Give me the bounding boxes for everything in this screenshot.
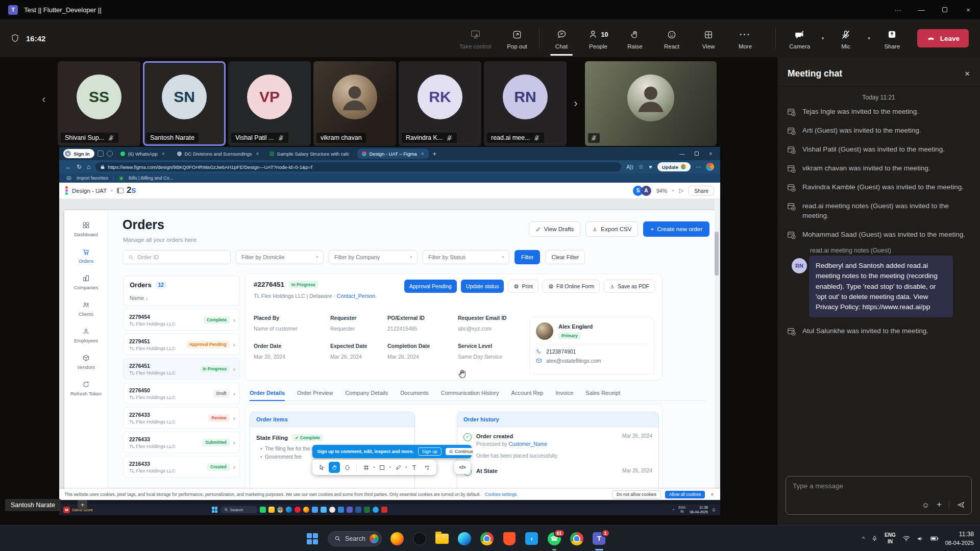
browser-update-button[interactable]: Update: [657, 162, 691, 171]
refresh-icon[interactable]: ↻: [77, 163, 82, 170]
collaborator-avatar[interactable]: A: [641, 186, 651, 196]
sidebar-item-dashboard[interactable]: Dashboard: [74, 221, 97, 237]
participant-tile[interactable]: [585, 61, 717, 146]
edge-icon[interactable]: [286, 507, 292, 513]
taskbar-search[interactable]: Search: [328, 531, 382, 546]
browser-maximize-icon[interactable]: [695, 152, 699, 156]
order-row[interactable]: 2276433TL Flex Holdings LLCReview›: [123, 407, 240, 429]
browser-close-icon[interactable]: ×: [709, 151, 712, 157]
brave-icon[interactable]: [502, 532, 517, 546]
order-row[interactable]: 2276433TL Flex Holdings LLCSubmitted›: [123, 432, 240, 453]
pen-tool-icon[interactable]: [393, 462, 404, 473]
sidebar-item-employees[interactable]: Employees: [74, 328, 98, 343]
filter-clear-button[interactable]: Clear Filter: [545, 250, 585, 264]
send-icon[interactable]: [957, 500, 965, 509]
participant-tile[interactable]: VP Vishal Patil ...: [228, 61, 311, 146]
shape-tool-icon[interactable]: [341, 462, 353, 473]
browser-tab-active[interactable]: Design - UAT – Figma×: [357, 148, 429, 159]
tray-mic-icon[interactable]: [871, 535, 878, 542]
cookies-settings-link[interactable]: Cookies settings: [485, 492, 517, 497]
start-button[interactable]: [305, 532, 320, 546]
notification-icon[interactable]: [712, 508, 716, 512]
view-drafts-button[interactable]: View Drafts: [529, 221, 581, 237]
filter-domicile-select[interactable]: Filter by Domicile▾: [236, 250, 324, 264]
approval-pending-button[interactable]: Approval Pending: [404, 280, 457, 293]
text-tool-icon[interactable]: [409, 462, 420, 473]
participant-tile-speaking[interactable]: SN Santosh Narate: [143, 61, 226, 146]
order-row[interactable]: 2279451TL Flex Holdings LLCApproval Pend…: [123, 334, 240, 355]
order-id-search-input[interactable]: Order ID: [122, 250, 231, 264]
window-more-icon[interactable]: ···: [886, 0, 910, 19]
emoji-icon[interactable]: ☺: [922, 500, 929, 509]
vscode-icon[interactable]: ‹: [525, 532, 539, 546]
sidebar-item-orders[interactable]: Orders: [79, 248, 93, 264]
contact-email[interactable]: alex@vstatefilings.com: [546, 358, 601, 364]
print-button[interactable]: Print: [508, 280, 538, 293]
present-icon[interactable]: ▷: [679, 187, 683, 194]
tray-expand-icon[interactable]: ^: [672, 508, 674, 512]
taskbar-clock[interactable]: 11:3808-04-2025: [945, 530, 974, 546]
bookmark-item[interactable]: Bills | Billing and Co...: [129, 176, 173, 181]
filter-apply-button[interactable]: Filter: [514, 250, 540, 264]
tab-order-details[interactable]: Order Details: [250, 390, 285, 396]
create-new-order-button[interactable]: + Create new order: [643, 221, 709, 237]
figma-logo-icon[interactable]: [65, 186, 68, 195]
copilot-icon[interactable]: [107, 151, 113, 157]
mail-icon[interactable]: [312, 507, 318, 513]
order-row[interactable]: 2276450TL Flex Holdings LLCDraft›: [123, 383, 240, 404]
attach-plus-icon[interactable]: +: [937, 499, 942, 510]
close-button[interactable]: ×: [957, 0, 980, 19]
order-row[interactable]: 2279454TL Flex Holdings LLCComplete›: [123, 309, 240, 331]
camera-options-chevron-icon[interactable]: ▾: [822, 36, 824, 41]
bookmark-item[interactable]: Import favorites: [77, 176, 108, 181]
battery-icon[interactable]: [930, 536, 939, 541]
minimize-button[interactable]: —: [910, 0, 933, 19]
camera-button[interactable]: Camera: [783, 28, 817, 49]
telegram-icon[interactable]: [373, 507, 379, 513]
figma-file-name[interactable]: Design - UAT: [72, 188, 107, 194]
scrollbar-thumb[interactable]: [715, 232, 719, 276]
leave-button[interactable]: Leave: [917, 29, 969, 47]
contact-person-link[interactable]: Contact_Person.: [337, 293, 377, 299]
order-row-selected[interactable]: 2276451TL Flex Holdings LLCIn Progress›: [123, 358, 240, 380]
firefox-icon[interactable]: [303, 507, 309, 513]
tab-close-icon[interactable]: ×: [256, 151, 259, 157]
whatsapp-icon[interactable]: [260, 507, 266, 513]
tab-close-icon[interactable]: ×: [162, 151, 165, 157]
wifi-icon[interactable]: [902, 535, 910, 542]
tab-sales-receipt[interactable]: Sales Receipt: [585, 390, 620, 396]
tray-clock[interactable]: 11:3808-04-2025: [690, 505, 708, 514]
sidebar-item-vendors[interactable]: Vendors: [77, 354, 95, 370]
tray-language[interactable]: ENG IN: [678, 506, 686, 514]
read-aloud-icon[interactable]: A)): [626, 164, 633, 170]
dev-mode-toggle[interactable]: </>: [454, 461, 471, 474]
components-tool-icon[interactable]: [422, 462, 433, 473]
firefox-icon[interactable]: [390, 532, 404, 546]
acrobat-icon[interactable]: [381, 507, 387, 513]
chat-input[interactable]: Type a message ☺ +: [786, 476, 972, 515]
presenter-pin-button[interactable]: +: [78, 500, 87, 510]
home-icon[interactable]: ⌂: [87, 163, 90, 170]
url-field[interactable]: https://www.figma.com/design/9BKQ0FOHRWa…: [95, 162, 621, 171]
export-csv-button[interactable]: Export CSV: [585, 221, 638, 237]
workspaces-icon[interactable]: [97, 151, 104, 157]
google-continue-button[interactable]: GContinue: [446, 448, 477, 455]
pop-out-button[interactable]: Pop out: [500, 28, 534, 49]
search-pill[interactable]: Search: [220, 506, 257, 513]
sidebar-item-companies[interactable]: Companies: [74, 274, 98, 290]
update-status-button[interactable]: Update status: [461, 280, 504, 293]
allow-cookies-button[interactable]: Allow all cookies: [665, 491, 705, 498]
tab-invoice[interactable]: Invoice: [555, 390, 573, 396]
participant-tile[interactable]: RK Ravindra K...: [399, 61, 481, 146]
tab-close-icon[interactable]: ×: [354, 151, 354, 157]
back-icon[interactable]: ←: [65, 163, 71, 170]
browser-signin-button[interactable]: ●Sign in: [63, 149, 94, 158]
whatsapp-icon[interactable]: ☎81: [547, 532, 561, 546]
save-as-pdf-button[interactable]: Save as PDF: [604, 280, 655, 293]
tab-documents[interactable]: Documents: [400, 390, 429, 396]
move-tool-icon[interactable]: [316, 462, 327, 473]
figma-share-button[interactable]: Share: [689, 186, 714, 196]
more-button[interactable]: ··· More: [728, 28, 762, 49]
participant-tile[interactable]: RN read.ai mee...: [484, 61, 567, 146]
chat-button[interactable]: Chat: [545, 28, 578, 49]
